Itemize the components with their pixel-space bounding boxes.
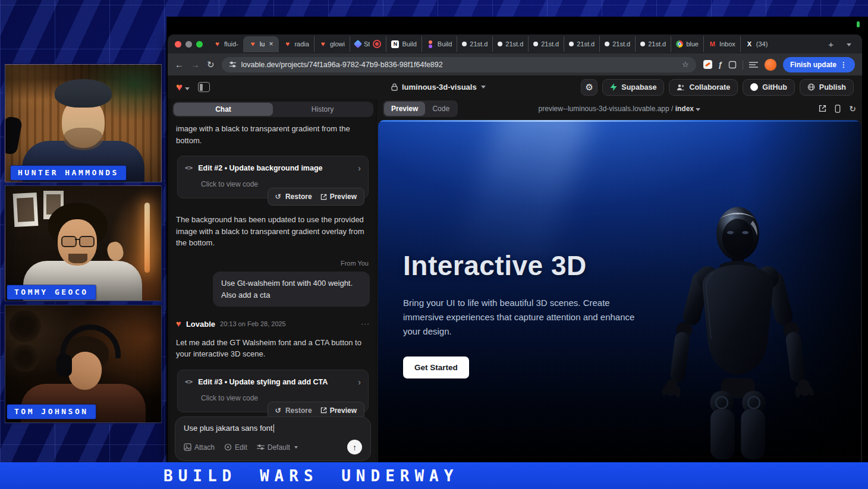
bookmark-star-icon[interactable]: ☆: [682, 60, 689, 69]
browser-tab-fluid--0[interactable]: ♥fluid-: [209, 36, 243, 52]
lock-icon: [391, 83, 398, 91]
edit-card-title: Edit #3 • Update styling and add CTA: [198, 377, 328, 388]
tab-label: 21st.d: [505, 40, 523, 48]
people-icon: [677, 84, 685, 91]
lovable-actions: ⚙ Supabase Collaborate GitHub: [581, 79, 854, 96]
attach-label: Attach: [194, 443, 215, 452]
tab-code[interactable]: Code: [425, 102, 457, 116]
minimize-window-button[interactable]: [185, 41, 192, 48]
tab-history[interactable]: History: [273, 103, 372, 116]
forward-button[interactable]: →: [191, 59, 200, 70]
browser-tab--34--15[interactable]: X(34): [740, 36, 773, 52]
refresh-preview-icon[interactable]: ↻: [849, 104, 856, 113]
browser-tab-inbox-14[interactable]: MInbox: [703, 36, 740, 52]
supabase-button[interactable]: Supabase: [602, 79, 664, 96]
chat-input-value[interactable]: Use plus jakarta sans font: [184, 424, 273, 433]
browser-tab-build-6[interactable]: Build: [422, 36, 457, 52]
tab-label: 21st.d: [470, 40, 488, 48]
project-switcher[interactable]: luminous-3d-visuals: [391, 83, 486, 92]
default-label: Default: [268, 443, 290, 452]
browser-tab-st-4[interactable]: St: [350, 36, 386, 52]
address-bar: ← → ↻ lovable.dev/projects/74f1a96a-9782…: [168, 53, 862, 75]
extensions-area: ƒ Finish update ⋮: [703, 57, 855, 72]
browser-tab-21st-d-9[interactable]: 21st.d: [528, 36, 564, 52]
restore-button[interactable]: ↺ Restore: [275, 405, 312, 416]
preview-url-host: preview--luminous-3d-visuals.lovable.app…: [539, 105, 675, 113]
publish-button[interactable]: Publish: [800, 79, 854, 96]
sidebar-toggle-icon[interactable]: [198, 82, 210, 92]
get-started-button[interactable]: Get Started: [403, 357, 469, 378]
edit-card-title: Edit #2 • Update background image: [198, 163, 322, 174]
tab-label: lu: [260, 40, 265, 48]
edit-mode-button[interactable]: Edit: [224, 443, 247, 452]
browser-tab-21st-d-8[interactable]: 21st.d: [492, 36, 528, 52]
project-name: luminous-3d-visuals: [402, 83, 477, 92]
send-button[interactable]: ↑: [347, 440, 362, 455]
chevron-down-icon[interactable]: [696, 108, 700, 111]
open-external-icon[interactable]: [819, 105, 826, 112]
webcam-feed-tommy: [5, 185, 162, 301]
tab-close-icon[interactable]: ×: [269, 40, 273, 48]
browser-tab-blue-13[interactable]: blue: [671, 36, 703, 52]
text-caret: [273, 424, 274, 433]
vignette: [5, 65, 161, 182]
restore-icon: ↺: [275, 191, 281, 202]
new-tab-button[interactable]: +: [822, 39, 839, 49]
finish-update-button[interactable]: Finish update ⋮: [783, 57, 855, 72]
assistant-timestamp: 20:13 on Feb 28, 2025: [220, 319, 286, 329]
default-mode-dropdown[interactable]: Default: [257, 443, 298, 452]
edit-card-2[interactable]: <> Edit #2 • Update background image › C…: [177, 156, 369, 198]
extensions-puzzle-icon[interactable]: [728, 61, 737, 69]
gmail-favicon-icon: M: [709, 40, 716, 48]
edit-card-3[interactable]: <> Edit #3 • Update styling and add CTA …: [177, 370, 369, 412]
from-you-label: From You: [177, 258, 369, 269]
preview-iframe[interactable]: Interactive 3D Bring your UI to life wit…: [378, 120, 861, 462]
browser-tab-21st-d-10[interactable]: 21st.d: [564, 36, 599, 52]
logo-chevron-icon[interactable]: [185, 82, 190, 93]
menu-lines-icon[interactable]: [749, 61, 758, 68]
preview-button[interactable]: Preview: [320, 405, 357, 416]
scene-top-glow: [378, 120, 861, 122]
back-button[interactable]: ←: [175, 59, 184, 70]
chevron-down-icon: [294, 446, 298, 449]
settings-gear-button[interactable]: ⚙: [581, 79, 597, 96]
browser-tab-21st-d-12[interactable]: 21st.d: [635, 36, 671, 52]
browser-tab-glowi-3[interactable]: ♥glowi: [314, 36, 350, 52]
lovable-body: Chat History image with a black to trans…: [168, 99, 862, 462]
close-window-button[interactable]: [175, 41, 181, 48]
attach-image-icon: [184, 443, 191, 451]
reload-button[interactable]: ↻: [207, 59, 215, 70]
message-menu-icon[interactable]: ···: [361, 318, 370, 329]
tab-chat[interactable]: Chat: [174, 103, 273, 116]
assistant-name: Lovable: [186, 318, 215, 330]
chat-input-box[interactable]: Use plus jakarta sans font Attach: [175, 417, 371, 461]
edit-card-actions: ↺ Restore Preview: [268, 188, 364, 206]
kebab-menu-icon[interactable]: ⋮: [840, 61, 848, 69]
extension-icon[interactable]: [703, 60, 712, 69]
browser-tab-21st-d-11[interactable]: 21st.d: [599, 36, 635, 52]
browser-tab-radia-2[interactable]: ♥radia: [279, 36, 313, 52]
tab-preview[interactable]: Preview: [384, 102, 425, 116]
browser-tab-build-5[interactable]: NBuild: [386, 36, 421, 52]
attach-button[interactable]: Attach: [184, 443, 215, 452]
lovable-logo-heart-icon[interactable]: ♥: [176, 81, 183, 93]
tab-search-chevron-icon[interactable]: [841, 41, 857, 48]
mobile-view-icon[interactable]: [835, 105, 841, 113]
profile-avatar[interactable]: [764, 58, 777, 71]
restore-button[interactable]: ↺ Restore: [275, 191, 312, 202]
fonts-extension-icon[interactable]: ƒ: [718, 60, 722, 69]
browser-tab-21st-d-7[interactable]: 21st.d: [457, 36, 492, 52]
site-settings-icon[interactable]: [229, 61, 237, 68]
browser-window: ♥fluid-♥lu×♥radia♥glowiStNBuildBuild21st…: [168, 34, 862, 462]
browser-tab-lu-1[interactable]: ♥lu×: [243, 36, 279, 52]
github-button[interactable]: GitHub: [743, 79, 795, 96]
preview-button[interactable]: Preview: [320, 191, 357, 202]
maximize-window-button[interactable]: [196, 41, 203, 48]
divider: [743, 60, 743, 70]
chevron-right-icon: ›: [358, 162, 361, 175]
url-field[interactable]: lovable.dev/projects/74f1a96a-9782-47b9-…: [222, 57, 696, 72]
figma-favicon-icon: [427, 40, 435, 48]
collaborate-button[interactable]: Collaborate: [669, 79, 738, 96]
preview-panel: Preview Code preview--luminous-3d-visual…: [377, 99, 862, 462]
hero-title: Interactive 3D: [403, 250, 665, 282]
